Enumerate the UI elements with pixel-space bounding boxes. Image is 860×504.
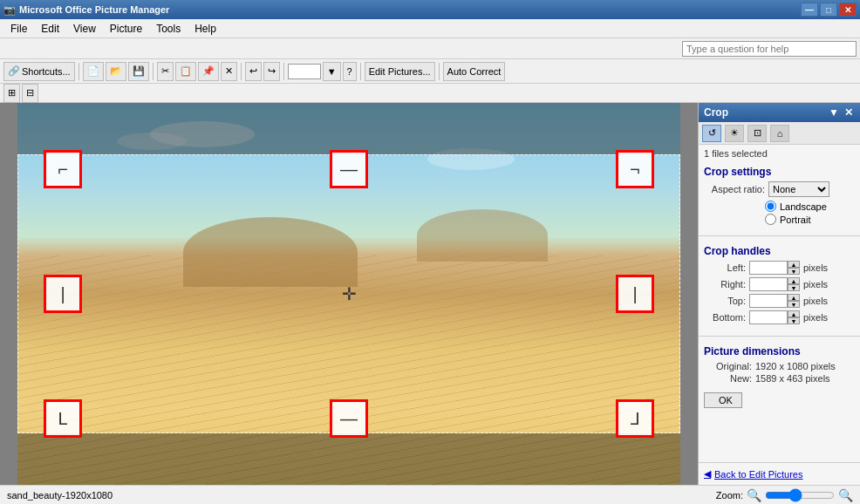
copy-button[interactable]: 📋 <box>175 62 196 81</box>
paste-button[interactable]: 📌 <box>198 62 219 81</box>
new-value: 1589 x 463 pixels <box>755 373 830 384</box>
crop-handle-tc[interactable]: — <box>330 150 368 188</box>
menu-picture[interactable]: Picture <box>103 21 149 37</box>
crop-overlay-top <box>17 103 680 154</box>
right-up[interactable]: ▲ <box>788 277 800 284</box>
landscape-row: Landscape <box>765 201 855 212</box>
zoom-control: Zoom: 🔍 🔍 <box>716 488 853 502</box>
aspect-ratio-row: Aspect ratio: None <box>704 181 855 197</box>
crop-handle-bl[interactable]: L <box>44 399 82 438</box>
auto-correct-button[interactable]: Auto Correct <box>443 62 506 81</box>
image-container: ⌐ — ⌐ | | L — L ✛ <box>17 103 680 485</box>
toolbar: 🔗 Shortcuts... 📄 📂 💾 ✂ 📋 📌 ✕ ↩ ↪ 42% ▼ ?… <box>0 59 860 84</box>
panel-close-button[interactable]: ✕ <box>843 106 855 119</box>
crop-settings-section: Crop settings Aspect ratio: None Landsca… <box>699 162 860 230</box>
view-icon-1[interactable]: ⊞ <box>3 84 20 103</box>
back-arrow-icon: ◀ <box>704 468 711 480</box>
aspect-ratio-select[interactable]: None <box>768 181 829 197</box>
picture-dimensions-title: Picture dimensions <box>704 345 855 358</box>
app-title: Microsoft Office Picture Manager <box>19 4 169 15</box>
left-up[interactable]: ▲ <box>788 261 800 268</box>
edit-pictures-button[interactable]: Edit Pictures... <box>365 62 435 81</box>
zoom-in-button[interactable]: 🔍 <box>838 488 853 502</box>
top-row: Top: 593 ▲ ▼ pixels <box>704 294 855 308</box>
crop-handle-tr[interactable]: ⌐ <box>616 150 654 188</box>
left-input[interactable]: 178 <box>749 261 788 275</box>
right-down[interactable]: ▼ <box>788 284 800 291</box>
right-label: Right: <box>704 279 746 289</box>
panel-icon-house[interactable]: ⌂ <box>770 125 789 142</box>
divider-2 <box>699 336 860 337</box>
menu-help[interactable]: Help <box>188 21 223 37</box>
crop-handle-bc[interactable]: — <box>330 399 368 438</box>
zoom-slider[interactable] <box>765 488 835 502</box>
original-dim-row: Original: 1920 x 1080 pixels <box>704 361 855 371</box>
crop-handle-mr[interactable]: | <box>616 275 654 313</box>
toolbar-sep-1 <box>78 63 79 80</box>
maximize-button[interactable]: □ <box>820 3 837 17</box>
panel-title: Crop <box>704 106 728 119</box>
top-down[interactable]: ▼ <box>788 301 800 308</box>
panel-titlebar: Crop ▼ ✕ <box>699 103 860 122</box>
right-row: Right: 153 ▲ ▼ pixels <box>704 277 855 291</box>
menu-tools[interactable]: Tools <box>149 21 188 37</box>
bottom-down[interactable]: ▼ <box>788 317 800 324</box>
move-cursor[interactable]: ✛ <box>342 283 357 304</box>
open-button[interactable]: 📂 <box>106 62 126 81</box>
new-dim-row: New: 1589 x 463 pixels <box>704 373 855 384</box>
top-input[interactable]: 593 <box>749 294 788 308</box>
back-to-edit-link[interactable]: ◀ Back to Edit Pictures <box>699 462 860 485</box>
landscape-radio[interactable] <box>765 201 776 212</box>
ok-button[interactable]: OK <box>704 392 742 408</box>
toolbar-sep-6 <box>439 63 440 80</box>
search-input[interactable] <box>682 41 857 57</box>
bottom-spin: ▲ ▼ <box>788 310 800 324</box>
top-up[interactable]: ▲ <box>788 294 800 301</box>
panel-icon-brightness[interactable]: ☀ <box>725 125 744 142</box>
zoom-input[interactable]: 42% <box>288 64 321 79</box>
cut-button[interactable]: ✂ <box>157 62 174 81</box>
crop-settings-title: Crop settings <box>704 166 855 178</box>
panel-title-controls: ▼ ✕ <box>827 106 855 119</box>
menubar: File Edit View Picture Tools Help <box>0 19 860 38</box>
view-icon-2[interactable]: ⊟ <box>22 84 38 103</box>
crop-overlay-bottom <box>17 433 680 485</box>
top-spin: ▲ ▼ <box>788 294 800 308</box>
left-down[interactable]: ▼ <box>788 268 800 275</box>
new-button[interactable]: 📄 <box>83 62 104 81</box>
panel-arrow-button[interactable]: ▼ <box>827 106 841 119</box>
menu-file[interactable]: File <box>3 21 34 37</box>
redo-button[interactable]: ↪ <box>263 62 280 81</box>
panel-icon-crop[interactable]: ⊡ <box>747 125 767 142</box>
menu-edit[interactable]: Edit <box>34 21 66 37</box>
shortcuts-button[interactable]: 🔗 Shortcuts... <box>3 62 75 81</box>
bottom-input[interactable]: 24 <box>749 310 788 324</box>
crop-handle-ml[interactable]: | <box>44 275 82 313</box>
crop-handle-tl[interactable]: ⌐ <box>44 150 82 188</box>
left-label: Left: <box>704 262 746 273</box>
bottom-up[interactable]: ▲ <box>788 310 800 317</box>
toolbar-sep-3 <box>241 63 242 80</box>
menu-view[interactable]: View <box>66 21 103 37</box>
close-button[interactable]: ✕ <box>839 3 857 17</box>
zoom-dropdown[interactable]: ▼ <box>323 62 341 81</box>
save-button[interactable]: 💾 <box>128 62 149 81</box>
portrait-radio[interactable] <box>765 214 776 225</box>
toolbar-sep-4 <box>283 63 284 80</box>
right-input[interactable]: 153 <box>749 277 788 291</box>
delete-button[interactable]: ✕ <box>221 62 237 81</box>
help-button[interactable]: ? <box>343 62 357 81</box>
zoom-out-button[interactable]: 🔍 <box>747 488 761 502</box>
right-unit: pixels <box>803 279 828 289</box>
app-icon: 📷 <box>3 4 16 16</box>
left-unit: pixels <box>803 262 828 273</box>
top-label: Top: <box>704 296 746 306</box>
titlebar-left: 📷 Microsoft Office Picture Manager <box>3 4 169 16</box>
panel-icon-rotate[interactable]: ↺ <box>702 125 721 142</box>
undo-button[interactable]: ↩ <box>245 62 262 81</box>
top-unit: pixels <box>803 296 828 306</box>
crop-handle-br[interactable]: L <box>616 399 654 438</box>
original-label: Original: <box>704 361 752 371</box>
files-selected: 1 files selected <box>699 145 860 162</box>
minimize-button[interactable]: — <box>801 3 818 17</box>
